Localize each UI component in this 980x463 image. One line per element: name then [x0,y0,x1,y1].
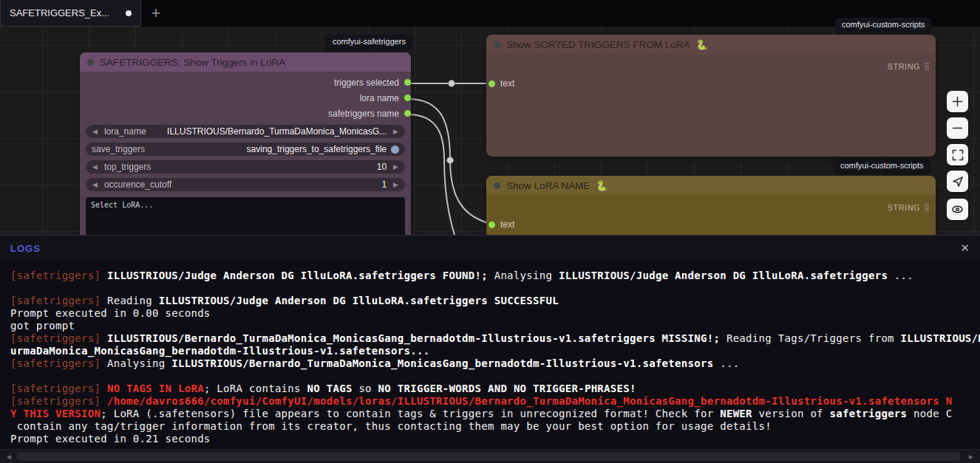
log-line: [safetriggers] Analysing ILLUSTRIOUS/Ber… [10,357,980,370]
node-body: STRING ⣿ text [486,201,936,230]
node-header[interactable]: Show LoRA NAME 🐍 [486,176,936,195]
drag-handle-icon[interactable]: ⣿ [924,63,930,70]
widget-save_triggers[interactable]: save_triggerssaving_triggers_to_safetrig… [86,143,405,156]
log-line: [safetriggers] ILLUSTRIOUS/Judge Anderso… [10,270,980,282]
input-dot[interactable] [489,222,495,228]
log-line [10,282,980,295]
output-dot[interactable] [404,95,411,101]
zoom-in-button[interactable] [947,91,968,112]
lora-select-textarea[interactable]: Select LoRA... [86,197,405,235]
link-midpoint-dot[interactable] [447,157,454,164]
widget-occurence_cutoff[interactable]: ◀occurence_cutoff1▶ [86,178,405,191]
scroll-left-icon[interactable]: ◄ [5,451,13,462]
widget-left-arrow-icon[interactable]: ◀ [89,181,101,188]
input-slot-text: text [486,78,936,89]
widget-lora_name[interactable]: ◀lora_nameILLUSTRIOUS/Bernardo_TurmaDaMo… [86,125,405,138]
node-show-lora-name[interactable]: Show LoRA NAME 🐍 STRING ⣿ text [486,176,936,235]
log-lines: [safetriggers] ILLUSTRIOUS/Judge Anderso… [0,261,980,445]
collapse-dot-icon[interactable] [494,182,500,189]
select-mode-button[interactable] [947,171,968,192]
node-title: Show LoRA NAME [506,180,590,191]
widget-left-arrow-icon[interactable]: ◀ [89,163,101,171]
log-line: contain any tag/trigger information from… [10,420,980,433]
node-show-sorted-triggers[interactable]: Show SORTED TRIGGERS FROM LoRA 🐍 STRING … [486,35,936,157]
horizontal-scrollbar[interactable]: ◄ ► [0,449,980,463]
close-icon[interactable]: ✕ [960,241,970,255]
log-line: [safetriggers] Reading ILLUSTRIOUS/Judge… [10,295,980,307]
node-safetriggers[interactable]: SAFETRIGGERS; Show Triggers in LoRA trig… [80,52,411,235]
widget-value: saving_triggers_to_safetriggers_file [247,144,389,154]
output-dot[interactable] [404,79,411,86]
widget-value: ILLUSTRIOUS/Bernardo_TurmaDaMonica_Monic… [167,126,389,137]
zoom-out-icon [952,123,963,134]
widget-label: top_triggers [101,162,151,172]
node-layer: comfyui-safetriggers comfyui-custom-scri… [0,0,980,235]
log-line: Y THIS VERSION; LoRA (.safetensors) file… [10,408,980,420]
collapse-dot-icon[interactable] [87,59,94,66]
log-line: [safetriggers] NO TAGS IN LoRA; LoRA con… [10,383,980,395]
log-line: Prompt executed in 0.00 seconds [10,307,980,320]
comfyui-app: SAFETRIGGERS_Ex... + comfyui-safetrigger… [0,0,980,463]
zoom-out-button[interactable] [947,117,968,139]
node-title: Show SORTED TRIGGERS FROM LoRA [506,39,690,50]
node-title: SAFETRIGGERS; Show Triggers in LoRA [100,57,285,68]
log-line: [safetriggers] /home/davros666/comfyui/C… [10,395,980,408]
output-slot-safetriggers-name: safetriggers name [80,106,411,121]
eye-icon [951,204,964,215]
widget-top_triggers[interactable]: ◀top_triggers10▶ [86,160,405,174]
output-slot-label: safetriggers name [328,109,399,119]
log-line [10,370,980,383]
output-slot-label: lora name [360,93,399,103]
output-type-label: STRING [888,203,921,212]
node-badge-safetriggers: comfyui-safetriggers [326,35,412,49]
collapse-dot-icon[interactable] [494,41,500,48]
widget-label: save_triggers [89,144,145,154]
logs-panel: LOGS ✕ [safetriggers] ILLUSTRIOUS/Judge … [0,235,980,463]
scroll-right-icon[interactable]: ► [967,451,975,462]
safetriggers-outputs: triggers selectedlora namesafetriggers n… [80,72,411,121]
log-line: [safetriggers] ILLUSTRIOUS/Bernardo_Turm… [10,332,980,345]
snake-icon: 🐍 [596,181,608,191]
node-badge-custom-scripts-2: comfyui-custom-scripts [834,159,930,173]
input-slot-label: text [500,78,514,89]
scrollbar-thumb[interactable] [16,452,961,461]
widget-right-arrow-icon[interactable]: ▶ [389,128,402,135]
input-slot-text: text [486,219,936,230]
input-dot[interactable] [489,80,495,87]
widget-left-arrow-icon[interactable]: ◀ [89,128,101,135]
widget-right-arrow-icon[interactable]: ▶ [389,163,402,171]
node-header[interactable]: SAFETRIGGERS; Show Triggers in LoRA [80,52,411,72]
zoom-in-icon [952,96,963,107]
drag-handle-icon[interactable]: ⣿ [924,204,930,211]
log-line: got prompt [10,320,980,332]
widget-right-arrow-icon[interactable]: ▶ [389,181,402,188]
output-type-label: STRING [888,62,921,71]
output-dot[interactable] [404,110,411,117]
fit-view-button[interactable] [947,144,968,165]
widget-label: occurence_cutoff [101,179,171,190]
input-slot-label: text [500,219,514,230]
select-mode-icon [952,176,964,188]
fit-view-icon [952,149,964,161]
link-midpoint-dot[interactable] [449,80,455,87]
logs-title: LOGS [10,243,41,254]
snake-icon: 🐍 [696,40,708,49]
widget-value: 1 [381,179,389,190]
output-type-row: STRING ⣿ [486,201,936,214]
node-body: STRING ⣿ text [486,60,936,89]
widget-value: 10 [377,162,389,172]
node-badge-custom-scripts-1: comfyui-custom-scripts [835,18,931,32]
log-line: Prompt executed in 0.21 seconds [10,433,980,445]
output-slot-label: triggers selected [334,78,399,88]
output-type-row: STRING ⣿ [486,60,936,73]
safetriggers-widgets: ◀lora_nameILLUSTRIOUS/Bernardo_TurmaDaMo… [80,125,411,191]
node-body: triggers selectedlora namesafetriggers n… [80,72,411,235]
node-header[interactable]: Show SORTED TRIGGERS FROM LoRA 🐍 [486,35,936,54]
toggle-link-visibility-button[interactable] [947,199,968,220]
toggle-dot-icon[interactable] [391,145,399,154]
log-line: urmaDaMonica_MonicasGang_bernadotdm-Illu… [10,345,980,357]
output-slot-triggers-selected: triggers selected [80,75,411,90]
logs-header: LOGS ✕ [0,236,980,261]
widget-label: lora_name [101,126,146,137]
output-slot-lora-name: lora name [80,90,411,106]
